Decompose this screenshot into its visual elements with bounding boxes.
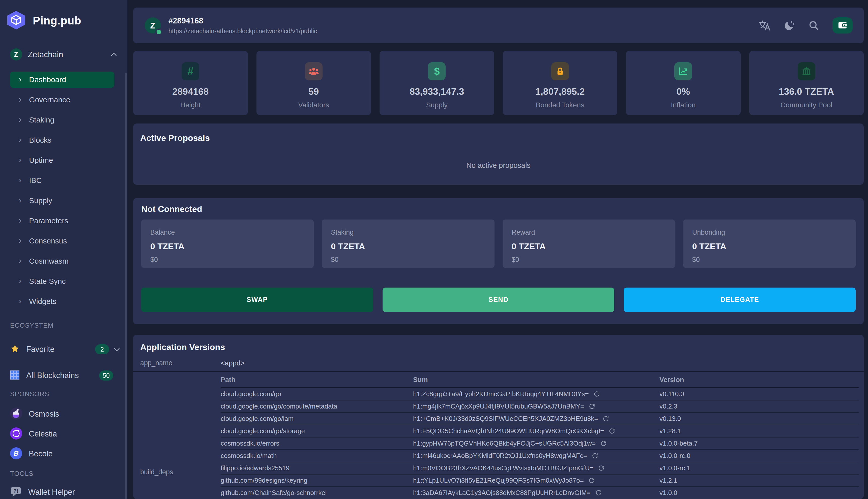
dep-sum: h1:Zc8gqp3+a9/Eyph2KDmcGaPtbKRIoqq4YTIL4… (413, 390, 589, 398)
deps-table-body: cloud.google.com/goh1:Zc8gqp3+a9/Eyph2KD… (221, 388, 859, 499)
tools-section-label: TOOLS (10, 470, 127, 477)
sidebar-item-consensus[interactable]: ›Consensus (10, 233, 114, 249)
wallet-box-amount: 0 TZETA (512, 241, 666, 251)
sidebar-item-uptime[interactable]: ›Uptime (10, 152, 114, 168)
wallet-box-reward: Reward0 TZETA$0 (503, 219, 675, 268)
dark-mode-moon-icon[interactable] (784, 20, 795, 31)
application-versions-panel: Application Versions app_name <appd> bui… (133, 335, 864, 499)
connect-wallet-button[interactable] (832, 17, 853, 34)
dep-path: filippo.io/edwards25519 (221, 464, 413, 472)
delegate-button[interactable]: DELEGATE (623, 288, 856, 312)
dep-sum: h1:+CmB+K0J/33d0zSQ9SIFWUeCCEn5XJA0ZMZ3p… (413, 415, 598, 423)
stat-card-inflation: 0%Inflation (626, 51, 741, 115)
sidebar-item-governance[interactable]: ›Governance (10, 92, 114, 108)
dep-row: github.com/ChainSafe/go-schnorrkelh1:3aD… (221, 487, 859, 499)
translate-icon[interactable] (758, 20, 770, 31)
stat-label: Inflation (671, 101, 695, 109)
dep-path: cloud.google.com/go (221, 390, 413, 398)
dep-sum: h1:ml46ukocrAAoBpYKMidF0R2tQJ1Uxfns0yH8w… (413, 452, 587, 460)
validators-icon (305, 62, 322, 81)
dep-path: cloud.google.com/go/storage (221, 427, 413, 435)
sidebar-item-widgets[interactable]: ›Widgets (10, 293, 114, 309)
dep-version: v0.13.0 (659, 415, 859, 423)
sponsor-item-becole[interactable]: BBecole (10, 448, 122, 460)
sidebar-item-dashboard[interactable]: ›Dashboard (10, 72, 114, 88)
wallet-box-unbonding: Unbonding0 TZETA$0 (683, 219, 856, 268)
sidebar-item-wallet-helper[interactable]: ?! Wallet Helper (10, 486, 122, 499)
dep-sum: h1:3aDA67IAykLaG1y3AOjs88dMxC88PgUuHRrLe… (413, 489, 591, 497)
dep-sum: h1:mg4jIk7mCAj6xXp9UJ4fjI9VUI5rubuGBW5aJ… (413, 402, 584, 410)
wallet-box-label: Reward (512, 229, 666, 236)
favorite-count-badge: 2 (95, 344, 109, 354)
star-icon (10, 344, 20, 354)
sidebar-scrollbar[interactable] (125, 73, 127, 499)
wallet-helper-label: Wallet Helper (28, 488, 75, 497)
stat-card-bonded-tokens: 1,807,895.2Bonded Tokens (503, 51, 618, 115)
sponsor-item-osmosis[interactable]: Osmosis (10, 408, 122, 421)
refresh-icon (600, 440, 607, 447)
dep-path: github.com/ChainSafe/go-schnorrkel (221, 489, 413, 497)
wallet-box-usd: $0 (331, 256, 485, 264)
all-blockchains-count-badge: 50 (99, 370, 113, 380)
stat-label: Validators (298, 101, 329, 109)
dep-row: cloud.google.com/go/iamh1:+CmB+K0J/33d0z… (221, 413, 859, 425)
sidebar-item-cosmwasm[interactable]: ›Cosmwasm (10, 253, 114, 269)
search-icon[interactable] (808, 20, 819, 31)
app-root: Ping.pub Z Zetachain ›Dashboard›Governan… (0, 0, 868, 499)
swap-button[interactable]: SWAP (141, 288, 373, 312)
refresh-icon (593, 391, 600, 398)
sidebar-item-parameters[interactable]: ›Parameters (10, 213, 114, 229)
wallet-box-balance: Balance0 TZETA$0 (141, 219, 314, 268)
app-versions-title: Application Versions (133, 342, 864, 352)
wallet-icon (837, 20, 848, 31)
top-bar: Z #2894168 https://zetachain-athens.bloc… (133, 8, 864, 43)
dep-version: v0.2.3 (659, 402, 859, 410)
chart-icon (674, 62, 692, 81)
sidebar-item-supply[interactable]: ›Supply (10, 193, 114, 209)
wallet-box-label: Balance (150, 229, 305, 236)
sponsor-item-celestia[interactable]: Celestia (10, 428, 122, 440)
column-header-path: Path (221, 376, 413, 384)
menu-item-label: Governance (29, 96, 70, 104)
lock-icon (551, 62, 569, 81)
sidebar-item-favorite[interactable]: Favorite 2 (10, 343, 122, 356)
favorite-label: Favorite (26, 345, 55, 354)
stat-label: Community Pool (781, 101, 832, 109)
sidebar-item-state-sync[interactable]: ›State Sync (10, 273, 114, 289)
sidebar-item-ibc[interactable]: ›IBC (10, 172, 114, 188)
menu-item-label: State Sync (29, 277, 66, 285)
chain-selector[interactable]: Z Zetachain (10, 47, 122, 61)
svg-text:B: B (14, 449, 19, 457)
main-content: Z #2894168 https://zetachain-athens.bloc… (128, 0, 868, 499)
chain-avatar: Z (145, 17, 161, 34)
menu-item-label: Consensus (29, 236, 67, 245)
chevron-down-icon (114, 346, 120, 352)
app-name-value: <appd> (221, 359, 245, 367)
dep-version: v1.0.0 (659, 489, 859, 497)
online-status-dot (155, 28, 163, 36)
chevron-up-icon (111, 53, 117, 59)
dep-row: cloud.google.com/go/compute/metadatah1:m… (221, 400, 859, 413)
stat-label: Height (180, 101, 201, 109)
refresh-icon (603, 415, 609, 422)
wallet-box-amount: 0 TZETA (331, 241, 485, 251)
stat-label: Bonded Tokens (536, 101, 584, 109)
stat-card-community-pool: 136.0 TZETACommunity Pool (749, 51, 864, 115)
deps-table: Path Sum Version cloud.google.com/goh1:Z… (221, 372, 859, 499)
refresh-icon (598, 465, 605, 472)
svg-text:?!: ?! (13, 488, 19, 494)
refresh-icon (588, 403, 595, 410)
stat-label: Supply (426, 101, 448, 109)
column-header-version: Version (659, 376, 859, 384)
send-button[interactable]: SEND (382, 288, 615, 312)
menu-item-label: Staking (29, 116, 54, 124)
sidebar-item-staking[interactable]: ›Staking (10, 112, 114, 128)
menu-item-label: Dashboard (29, 75, 66, 84)
refresh-icon (595, 489, 602, 496)
dep-version: v1.2.1 (659, 477, 859, 484)
ecosystem-section-label: ECOSYSTEM (10, 321, 127, 329)
sidebar-item-blocks[interactable]: ›Blocks (10, 132, 114, 148)
zetachain-icon: Z (10, 48, 22, 60)
sidebar-item-all-blockchains[interactable]: All Blockchains 50 (10, 369, 122, 382)
menu-item-label: Supply (29, 196, 52, 205)
